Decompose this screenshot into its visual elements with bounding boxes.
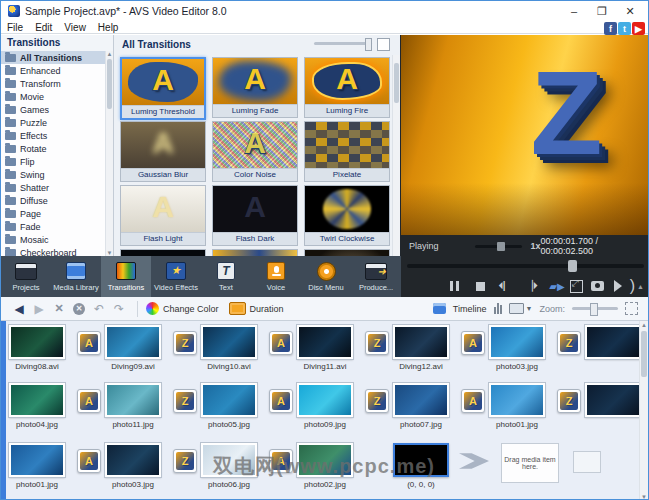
storyboard-transition[interactable]: A [269, 331, 293, 355]
storyboard-transition[interactable]: Z [173, 331, 197, 355]
scroll-down-icon[interactable]: ▼ [640, 494, 648, 500]
storyboard-clip[interactable]: photo03.jpg [105, 443, 161, 477]
tab-video-effects[interactable]: Video Effects [151, 256, 201, 297]
transition-pixelate[interactable]: A Pixelate [304, 121, 390, 182]
twitter-icon[interactable]: t [618, 22, 631, 35]
menu-file[interactable]: File [7, 22, 23, 33]
category-flip[interactable]: Flip [1, 155, 105, 168]
category-puzzle[interactable]: Puzzle [1, 116, 105, 129]
category-transform[interactable]: Transform [1, 77, 105, 90]
seek-handle[interactable] [568, 260, 577, 272]
transition-tile-partial[interactable] [120, 249, 206, 256]
category-enhanced[interactable]: Enhanced [1, 64, 105, 77]
category-checkerboard[interactable]: Checkerboard [1, 246, 105, 256]
storyboard-transition[interactable]: A [77, 449, 101, 473]
storyboard-clip[interactable]: photo09.jpg [297, 383, 353, 417]
empty-slot[interactable] [573, 451, 601, 473]
delete-all-button[interactable]: ✕ [69, 300, 89, 318]
category-fade[interactable]: Fade [1, 220, 105, 233]
tab-produce[interactable]: Produce... [351, 256, 401, 297]
storyboard-clip[interactable]: photo07.jpg [393, 383, 449, 417]
storyboard-clip[interactable]: Diving11.avi [297, 325, 353, 359]
tab-projects[interactable]: Projects [1, 256, 51, 297]
minimize-button[interactable]: – [560, 1, 588, 21]
menu-help[interactable]: Help [98, 22, 119, 33]
tab-media-library[interactable]: Media Library [51, 256, 101, 297]
menu-view[interactable]: View [64, 22, 86, 33]
storyboard-transition[interactable]: A [77, 331, 101, 355]
storyboard-transition[interactable]: Z [365, 331, 389, 355]
category-shatter[interactable]: Shatter [1, 181, 105, 194]
fullscreen-button[interactable] [570, 280, 583, 293]
zoom-slider[interactable] [572, 307, 618, 310]
storyboard-clip[interactable] [585, 383, 641, 417]
duration-button[interactable]: Duration [250, 304, 284, 314]
transition-luming-fire[interactable]: A Luming Fire [304, 57, 390, 118]
tab-text[interactable]: Text [201, 256, 251, 297]
storyboard-clip[interactable]: Diving10.avi [201, 325, 257, 359]
category-mosaic[interactable]: Mosaic [1, 233, 105, 246]
fit-to-screen-button[interactable] [625, 302, 638, 315]
category-games[interactable]: Games [1, 103, 105, 116]
storyboard-clip[interactable]: Diving08.avi [9, 325, 65, 359]
storyboard-clip[interactable]: photo01.jpg [9, 443, 65, 477]
category-effects[interactable]: Effects [1, 129, 105, 142]
storyboard-clip[interactable]: photo05.jpg [201, 383, 257, 417]
transition-tile-partial[interactable] [304, 249, 390, 256]
category-movie[interactable]: Movie [1, 90, 105, 103]
close-button[interactable]: ✕ [616, 1, 644, 21]
transition-tile-partial[interactable] [212, 249, 298, 256]
pause-button[interactable] [442, 277, 468, 295]
storyboard-clip[interactable]: photo03.jpg [489, 325, 545, 359]
maximize-button[interactable]: ❐ [588, 1, 616, 21]
storyboard-transition[interactable]: A [77, 389, 101, 413]
storyboard-clip[interactable]: photo11.jpg [105, 383, 161, 417]
category-page[interactable]: Page [1, 207, 105, 220]
category-diffuse[interactable]: Diffuse [1, 194, 105, 207]
play-to-marker-button[interactable]: ▰▶ [544, 277, 570, 295]
facebook-icon[interactable]: f [604, 22, 617, 35]
undo-button[interactable]: ↶ [89, 300, 109, 318]
change-color-button[interactable]: Change Color [163, 304, 219, 314]
volume-button[interactable]: )▲ [612, 277, 644, 295]
seek-bar[interactable] [407, 261, 644, 271]
storyboard-clip[interactable] [585, 325, 641, 359]
category-swing[interactable]: Swing [1, 168, 105, 181]
storyboard-transition[interactable]: A [269, 389, 293, 413]
transition-flash-light[interactable]: A Flash Light [120, 185, 206, 246]
delete-button[interactable]: ✕ [49, 300, 69, 318]
next-frame-button[interactable]: ▕⏵ [519, 277, 545, 295]
storyboard-transition[interactable]: Z [173, 449, 197, 473]
grid-view-button[interactable] [377, 38, 390, 51]
redo-button[interactable]: ↷ [109, 300, 129, 318]
timeline-toggle[interactable]: Timeline [453, 304, 487, 314]
category-scrollbar[interactable]: ▲ ▼ [105, 51, 113, 256]
audio-mixer-icon[interactable] [494, 303, 502, 314]
forward-button[interactable]: ▶ [29, 300, 49, 318]
display-mode-dropdown[interactable]: ▼ [509, 303, 533, 314]
grid-scrollbar[interactable] [392, 55, 400, 256]
storyboard-clip[interactable]: photo01.jpg [489, 383, 545, 417]
storyboard-transition[interactable]: Z [173, 389, 197, 413]
drag-media-placeholder[interactable]: Drag media item here. [501, 443, 559, 483]
transition-luming-threshold[interactable]: A Luming Threshold [120, 57, 206, 120]
scroll-up-icon[interactable]: ▲ [106, 51, 113, 57]
storyboard-transition[interactable]: Z [365, 389, 389, 413]
menu-edit[interactable]: Edit [35, 22, 52, 33]
storyboard-transition[interactable]: A [461, 331, 485, 355]
previous-frame-button[interactable]: ⏴▏ [493, 277, 519, 295]
storyboard-clip[interactable]: Diving09.avi [105, 325, 161, 359]
volume-caret-icon[interactable]: ▲ [637, 283, 644, 290]
storyboard-scrollbar[interactable]: ▲ ▼ [639, 321, 648, 500]
transition-gaussian-blur[interactable]: A Gaussian Blur [120, 121, 206, 182]
tab-voice[interactable]: Voice [251, 256, 301, 297]
video-frame[interactable]: Z [401, 35, 649, 235]
storyboard-transition[interactable]: Z [557, 331, 581, 355]
scroll-up-icon[interactable]: ▲ [640, 322, 648, 328]
speed-slider[interactable] [475, 245, 523, 248]
storyboard-transition[interactable]: A [461, 389, 485, 413]
thumbnail-size-slider[interactable] [314, 42, 372, 45]
transition-twirl-clockwise[interactable]: Twirl Clockwise [304, 185, 390, 246]
tab-disc-menu[interactable]: Disc Menu [301, 256, 351, 297]
storyboard-transition[interactable]: Z [557, 389, 581, 413]
